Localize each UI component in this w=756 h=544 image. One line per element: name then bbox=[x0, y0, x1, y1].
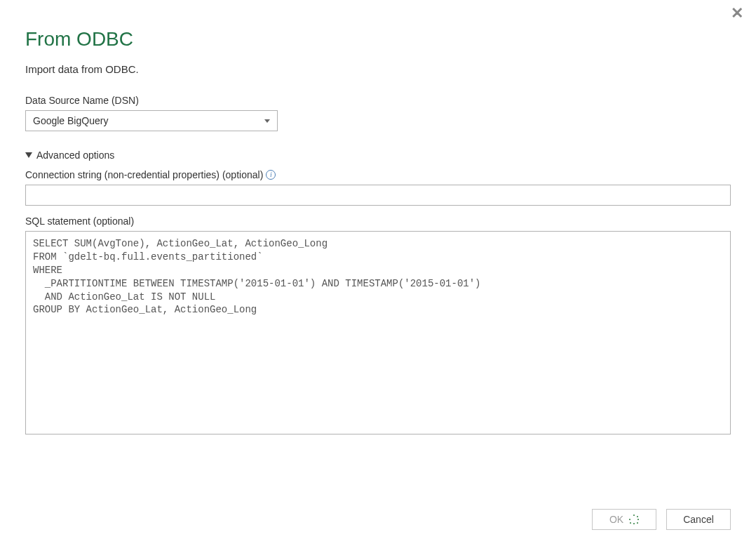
dsn-dropdown[interactable]: Google BigQuery bbox=[25, 110, 278, 131]
collapse-triangle-icon bbox=[25, 152, 32, 158]
ok-button[interactable]: OK bbox=[592, 509, 656, 530]
dsn-label: Data Source Name (DSN) bbox=[25, 95, 731, 106]
advanced-options-toggle[interactable]: Advanced options bbox=[25, 150, 731, 161]
connection-string-label: Connection string (non-credential proper… bbox=[25, 169, 263, 180]
cancel-button[interactable]: Cancel bbox=[666, 509, 731, 530]
dsn-selected-value: Google BigQuery bbox=[33, 115, 108, 126]
loading-spinner-icon bbox=[629, 515, 639, 524]
ok-button-label: OK bbox=[609, 514, 623, 525]
info-icon[interactable]: i bbox=[266, 170, 276, 180]
sql-statement-input[interactable] bbox=[25, 231, 731, 434]
chevron-down-icon bbox=[264, 119, 270, 123]
close-icon[interactable]: ✕ bbox=[731, 6, 743, 21]
dialog-button-row: OK Cancel bbox=[25, 488, 731, 530]
connection-string-input[interactable] bbox=[25, 185, 731, 206]
advanced-options-label: Advanced options bbox=[36, 150, 114, 161]
sql-statement-label: SQL statement (optional) bbox=[25, 215, 731, 227]
dialog-subtitle: Import data from ODBC. bbox=[25, 63, 731, 75]
dialog-title: From ODBC bbox=[25, 28, 731, 51]
odbc-dialog: From ODBC Import data from ODBC. Data So… bbox=[0, 0, 756, 544]
cancel-button-label: Cancel bbox=[683, 514, 714, 525]
